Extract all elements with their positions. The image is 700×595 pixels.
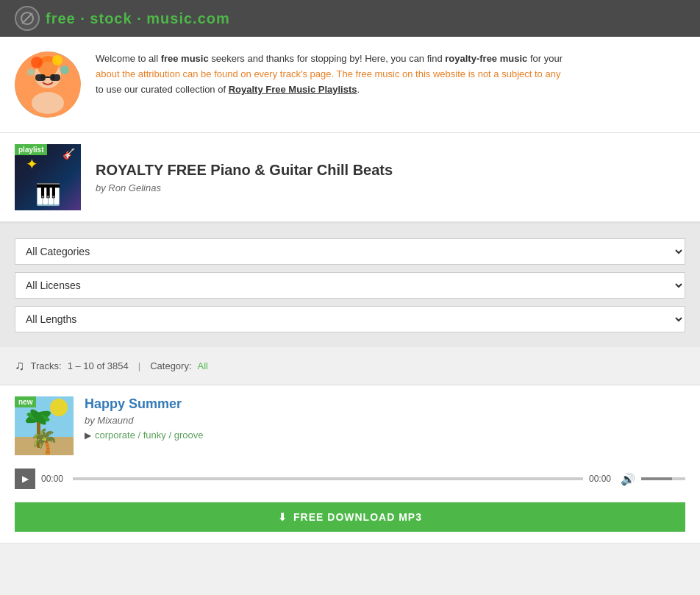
- welcome-end: for your: [530, 53, 562, 64]
- play-button[interactable]: ▶: [15, 468, 35, 489]
- track-tags: ▶ corporate / funky / groove: [85, 430, 203, 441]
- length-filter[interactable]: All Lengths 0-1 min 1-2 min 2-3 min 3-5 …: [15, 306, 685, 332]
- welcome-footer: to use our curated collection of Royalty…: [96, 82, 562, 98]
- download-label: FREE DOWNLOAD MP3: [293, 511, 422, 523]
- volume-fill: [641, 477, 672, 480]
- tracks-info-bar: ♫ Tracks: 1 – 10 of 3854 | Category: All: [0, 347, 700, 385]
- welcome-bold1: free music: [161, 53, 209, 64]
- logo-icon: [15, 6, 40, 31]
- svg-rect-12: [35, 74, 46, 81]
- time-end: 00:00: [589, 474, 615, 484]
- track-thumbnail: new: [15, 396, 74, 455]
- track-title[interactable]: Happy Summer: [85, 396, 203, 412]
- welcome-bold2: royalty-free music: [445, 53, 527, 64]
- track-tags-text[interactable]: corporate / funky / groove: [95, 430, 203, 441]
- volume-icon: 🔊: [621, 472, 635, 486]
- download-icon: ⬇: [278, 511, 288, 523]
- separator: |: [138, 360, 140, 371]
- playlist-title[interactable]: ROYALTY FREE Piano & Guitar Chill Beats: [96, 162, 393, 179]
- new-badge: new: [15, 396, 36, 407]
- svg-line-1: [22, 13, 32, 24]
- progress-bar[interactable]: [73, 477, 583, 480]
- volume-bar[interactable]: [641, 477, 685, 480]
- svg-point-8: [60, 65, 69, 74]
- track-header: new Happy Summer: [15, 396, 685, 455]
- logo-text: free · stock · music.com: [46, 10, 230, 27]
- playlist-author: by Ron Gelinas: [96, 182, 393, 193]
- svg-point-6: [31, 57, 43, 68]
- tracks-label: Tracks:: [31, 360, 62, 371]
- welcome-text: Welcome to all free music seekers and th…: [96, 51, 562, 97]
- category-filter[interactable]: All Categories Corporate Cinematic Elect…: [15, 238, 685, 265]
- svg-point-7: [52, 55, 63, 65]
- more-tracks-area: [0, 544, 700, 588]
- welcome-section: Welcome to all free music seekers and th…: [0, 37, 700, 133]
- license-filter[interactable]: All Licenses Creative Commons Attributio…: [15, 272, 685, 299]
- site-logo[interactable]: free · stock · music.com: [15, 6, 230, 31]
- mascot-avatar: [15, 51, 81, 118]
- svg-point-9: [27, 68, 35, 76]
- playlist-section: playlist 🎸 ROYALTY FREE Piano & Guitar C…: [0, 133, 700, 224]
- track-author: by Mixaund: [85, 415, 203, 426]
- svg-rect-13: [50, 74, 60, 81]
- playlist-badge: playlist: [15, 144, 47, 155]
- download-button[interactable]: ⬇ FREE DOWNLOAD MP3: [15, 502, 685, 532]
- playlist-thumbnail: playlist 🎸: [15, 144, 81, 210]
- track-card: new Happy Summer: [0, 385, 700, 544]
- svg-rect-17: [15, 437, 74, 455]
- playlist-link[interactable]: Royalty Free Music Playlists: [229, 84, 357, 95]
- category-label: Category:: [150, 360, 191, 371]
- tracks-range: 1 – 10 of 3854: [68, 360, 129, 371]
- svg-point-16: [50, 399, 68, 416]
- track-details: Happy Summer by Mixaund ▶ corporate / fu…: [85, 396, 203, 441]
- welcome-mid: seekers and thanks for stopping by! Here…: [211, 53, 445, 64]
- music-note-icon: ♫: [15, 358, 25, 374]
- time-start: 00:00: [41, 474, 67, 484]
- welcome-orange: about the attribution can be found on ev…: [96, 67, 562, 82]
- play-arrow-icon: ▶: [85, 430, 91, 441]
- site-header: free · stock · music.com: [0, 0, 700, 37]
- filter-section: All Categories Corporate Cinematic Elect…: [0, 224, 700, 347]
- category-link[interactable]: All: [198, 360, 208, 371]
- welcome-intro: Welcome to all: [96, 53, 161, 64]
- audio-player: ▶ 00:00 00:00 🔊: [15, 463, 685, 495]
- playlist-info: ROYALTY FREE Piano & Guitar Chill Beats …: [96, 162, 393, 193]
- svg-point-4: [32, 92, 64, 114]
